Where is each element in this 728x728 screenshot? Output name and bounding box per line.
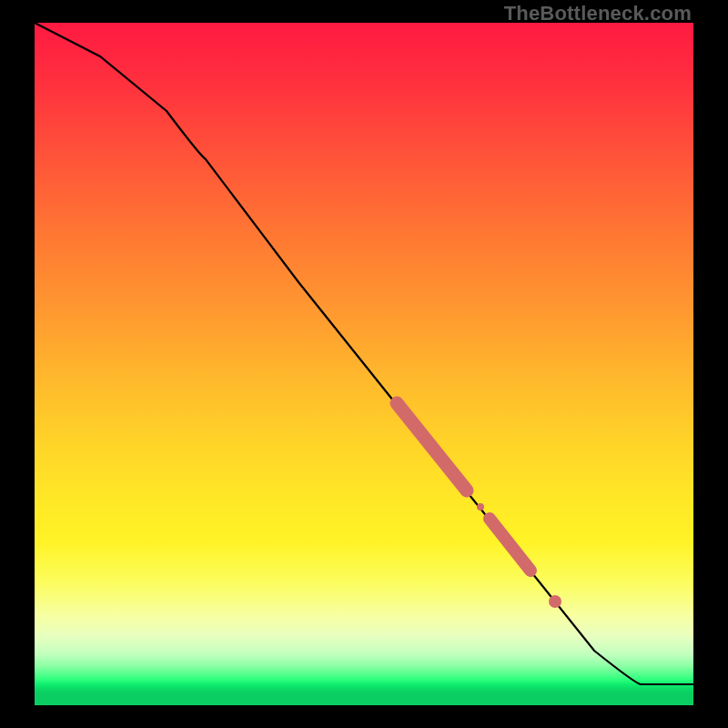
chart-svg [35, 23, 693, 705]
marker-gap-dot [477, 503, 484, 511]
plot-area [35, 23, 693, 705]
bottleneck-curve [35, 23, 693, 684]
marker-segment-a [397, 403, 467, 490]
chart-stage: TheBottleneck.com [0, 0, 728, 728]
marker-segment-b [490, 519, 531, 571]
marker-dot-c [549, 595, 561, 608]
